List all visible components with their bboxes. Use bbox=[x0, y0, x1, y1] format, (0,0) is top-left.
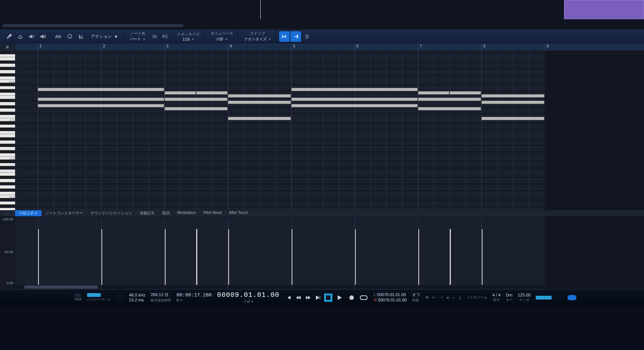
midi-note[interactable] bbox=[418, 107, 481, 110]
rewind-icon[interactable] bbox=[295, 294, 302, 301]
midi-note[interactable] bbox=[418, 91, 449, 95]
snap-selector[interactable]: スナップ クオンタイズ▼ bbox=[241, 31, 274, 42]
panel-toggle-icon[interactable] bbox=[567, 295, 576, 300]
locators[interactable]: L 00078.01.01.00 R 00078.01.01.00 bbox=[374, 292, 407, 303]
midi-note[interactable] bbox=[291, 98, 418, 101]
snap-to-start-icon[interactable] bbox=[279, 31, 290, 42]
svg-rect-1 bbox=[75, 294, 81, 297]
aq-button[interactable]: AQ bbox=[161, 31, 169, 42]
mute-tool-icon[interactable] bbox=[26, 31, 37, 42]
midi-note[interactable] bbox=[38, 98, 164, 101]
midi-note[interactable] bbox=[291, 88, 418, 91]
midi-note[interactable] bbox=[164, 91, 196, 95]
midi-note[interactable] bbox=[291, 104, 418, 107]
erase-tool-icon[interactable] bbox=[15, 31, 26, 42]
timecode-secondary[interactable]: 00:00:17.280 秒 ▾ bbox=[176, 292, 212, 303]
midi-note[interactable] bbox=[481, 101, 544, 104]
midi-note[interactable] bbox=[38, 104, 164, 107]
loop-button[interactable] bbox=[359, 293, 369, 303]
quantize-selector[interactable]: クオンタイズ 1/16▼ bbox=[174, 32, 203, 41]
note-setting-icon[interactable] bbox=[149, 31, 160, 42]
midi-led-icon bbox=[75, 294, 81, 297]
piano-roll-editor: ≡ 123456789 C 4C 3C 2C 1C 0 bbox=[0, 43, 644, 210]
arrange-preview[interactable] bbox=[0, 0, 644, 30]
ruler-bar[interactable]: 7 bbox=[418, 43, 424, 50]
midi-input-icon[interactable] bbox=[65, 31, 75, 42]
midi-note[interactable] bbox=[450, 91, 481, 95]
note-color-selector[interactable]: ノート色 パート▼ bbox=[127, 31, 149, 42]
midi-note[interactable] bbox=[481, 94, 544, 98]
midi-note[interactable] bbox=[228, 94, 291, 98]
timebase-selector[interactable]: タイムベース 小節▼ bbox=[207, 31, 236, 42]
piano-keyboard[interactable]: C 4C 3C 2C 1C 0 bbox=[0, 51, 15, 210]
midi-note[interactable] bbox=[164, 98, 227, 101]
ruler-bar[interactable]: 6 bbox=[355, 43, 360, 50]
arrange-scrollbar[interactable] bbox=[2, 24, 183, 27]
preroll-icon[interactable]: ● bbox=[447, 295, 449, 300]
velocity-lane: 100.00 50.00 0.00 bbox=[0, 216, 644, 289]
ruler-bar[interactable]: 5 bbox=[291, 43, 297, 50]
sync-status[interactable]: オフ 同期 bbox=[412, 292, 420, 303]
punch-out-icon[interactable]: ⊣ bbox=[440, 295, 443, 300]
bar-ruler[interactable]: 123456789 bbox=[15, 43, 644, 51]
svg-point-2 bbox=[117, 295, 123, 300]
cc-menu-icon[interactable]: … bbox=[0, 211, 15, 216]
record-time[interactable]: 268:12 日 最大録音時間 bbox=[151, 292, 171, 303]
midi-note[interactable] bbox=[228, 117, 291, 120]
gear-icon[interactable]: ✻ bbox=[426, 295, 429, 300]
ruler-bar[interactable]: 9 bbox=[545, 43, 550, 50]
list-toggle-icon[interactable]: ≡ bbox=[0, 43, 15, 51]
audio-status[interactable]: 48.0 kHz 23.2 ms bbox=[129, 293, 145, 302]
midi-note[interactable] bbox=[418, 98, 481, 101]
midi-note[interactable] bbox=[196, 91, 227, 95]
ruler-bar[interactable]: 3 bbox=[164, 43, 170, 50]
ruler-bar[interactable]: 8 bbox=[481, 43, 487, 50]
velocity-area[interactable] bbox=[15, 217, 644, 289]
audition-tool-icon[interactable] bbox=[38, 31, 48, 42]
cpu-ring-icon[interactable] bbox=[116, 294, 124, 301]
count-in-icon[interactable]: ♪ bbox=[453, 295, 455, 300]
svg-point-0 bbox=[68, 34, 72, 38]
action-menu[interactable]: アクション▼ bbox=[87, 32, 122, 41]
midi-note[interactable] bbox=[164, 107, 227, 110]
cc-tab[interactable]: ベロシティ bbox=[15, 210, 41, 216]
ruler-bar[interactable]: 2 bbox=[101, 43, 107, 50]
performance-meter[interactable]: パフォーマンス bbox=[87, 293, 111, 302]
punch-in-icon[interactable]: ⊢ bbox=[432, 295, 436, 300]
output-meter-icon[interactable] bbox=[536, 296, 562, 300]
cc-tab[interactable]: ノートコントローラー bbox=[41, 210, 87, 216]
snap-options-icon[interactable] bbox=[302, 31, 312, 42]
timecode-primary[interactable]: 00009.01.01.00 小節 ▾ bbox=[217, 291, 279, 304]
cc-tab[interactable]: Modulation bbox=[174, 210, 200, 216]
midi-note[interactable] bbox=[481, 117, 544, 120]
draw-tool-icon[interactable] bbox=[4, 31, 14, 42]
ruler-bar[interactable]: 1 bbox=[38, 43, 43, 50]
midi-note[interactable] bbox=[38, 88, 164, 91]
velocity-bar[interactable] bbox=[450, 229, 451, 285]
metronome-toggle[interactable]: メトロノーム bbox=[467, 295, 487, 300]
cc-tab[interactable]: 演奏記号 bbox=[136, 210, 158, 216]
scale-assist-icon[interactable] bbox=[76, 31, 86, 42]
goto-start-icon[interactable] bbox=[285, 294, 292, 301]
key-signature[interactable]: Dm キー bbox=[506, 293, 513, 303]
cc-tab[interactable]: After Touch bbox=[225, 210, 252, 216]
midi-note[interactable] bbox=[228, 101, 291, 104]
play-button[interactable] bbox=[335, 293, 344, 303]
goto-end-icon[interactable] bbox=[314, 294, 322, 301]
stop-button[interactable] bbox=[324, 293, 332, 302]
snap-to-end-icon[interactable] bbox=[290, 31, 301, 42]
cc-tab[interactable]: 歌詞 bbox=[158, 210, 174, 216]
forward-icon[interactable] bbox=[304, 294, 312, 301]
step-input-icon[interactable] bbox=[53, 31, 64, 42]
time-signature[interactable]: 4 / 4 拍子 bbox=[492, 293, 500, 303]
cc-tab[interactable]: Pitch Bend bbox=[200, 210, 225, 216]
record-button[interactable] bbox=[347, 293, 357, 303]
ruler-bar[interactable]: 4 bbox=[228, 43, 234, 50]
tempo-display[interactable]: 125.00 テンポ bbox=[518, 293, 531, 303]
click-icon[interactable]: △ bbox=[458, 295, 461, 300]
arrange-clip[interactable] bbox=[564, 0, 644, 19]
velocity-bar[interactable] bbox=[196, 229, 197, 285]
cc-tab[interactable]: サウンドバリエーション bbox=[87, 210, 136, 216]
note-grid[interactable] bbox=[15, 51, 644, 210]
midi-activity[interactable]: MIDI bbox=[75, 294, 82, 301]
